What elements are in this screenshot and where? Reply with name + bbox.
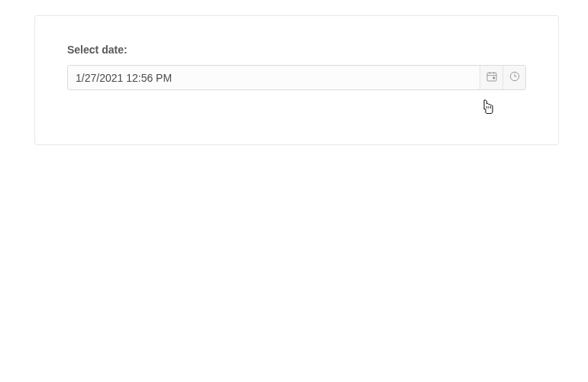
clock-button[interactable] — [502, 66, 525, 89]
calendar-button[interactable] — [480, 66, 502, 89]
svg-rect-0 — [487, 73, 496, 81]
datetime-input[interactable] — [68, 66, 480, 89]
field-label: Select date: — [67, 44, 526, 56]
datetime-picker — [67, 65, 526, 90]
calendar-icon — [486, 70, 498, 86]
svg-rect-4 — [493, 76, 495, 79]
form-panel: Select date: — [34, 15, 559, 145]
clock-icon — [509, 70, 521, 86]
